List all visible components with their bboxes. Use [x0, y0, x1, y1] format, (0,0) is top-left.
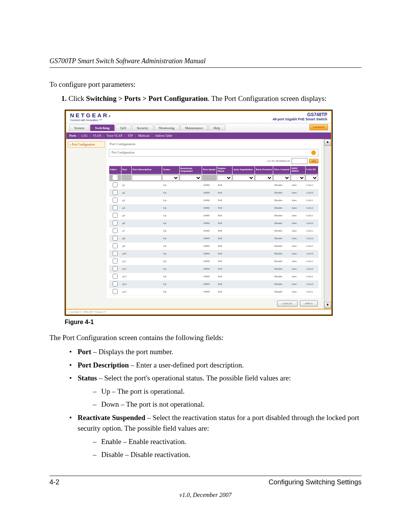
row-select-checkbox[interactable] [113, 251, 118, 256]
field-reactivate-suspended: Reactivate Suspended – Select the reacti… [69, 412, 362, 460]
step-suffix: . The Port Configuration screen displays… [208, 94, 327, 102]
goto-label: GO TO INTERFACE [267, 160, 290, 163]
filter-reactivate[interactable] [180, 175, 202, 181]
refresh-icon[interactable] [311, 150, 316, 155]
tab-qos[interactable]: QoS [115, 125, 131, 131]
filter-duplex[interactable] [217, 175, 232, 181]
col-auto-negotiation: Auto Negotiation [233, 166, 255, 174]
col-lag-id: LAG ID [305, 166, 318, 174]
row-select-checkbox[interactable] [113, 205, 118, 210]
side-nav-port-configuration[interactable]: » Port Configuration [68, 141, 105, 148]
table-row: g5Up100MFullDisableAutoLAG1 [109, 212, 319, 219]
table-row: g2Up100MFullDisableAutoLAG2 [109, 189, 319, 197]
footer-rule [49, 476, 362, 476]
tab-switching[interactable]: Switching [90, 125, 115, 131]
row-select-checkbox[interactable] [113, 289, 118, 294]
scroll-down-icon[interactable]: ▼ [324, 302, 331, 309]
subnav-vlan[interactable]: VLAN [93, 134, 101, 137]
row-select-checkbox[interactable] [113, 213, 118, 218]
col-reactivate-suspended: Reactivate Suspended [179, 166, 202, 174]
row-select-checkbox[interactable] [113, 281, 118, 286]
apply-button[interactable]: APPLY [300, 300, 318, 307]
product-desc: 48-port Gigabit PoE Smart Switch [272, 117, 327, 121]
scroll-up-icon[interactable]: ▲ [324, 139, 331, 146]
step-1: Click Switching > Ports > Port Configura… [68, 94, 362, 103]
main-tab-bar: SystemSwitchingQoSSecurityMonitoringMain… [66, 123, 331, 133]
table-row: g1Up100MFullDisableAutoLAG1 [109, 181, 319, 189]
col-status: Status [162, 166, 180, 174]
subnav-ports[interactable]: Ports [69, 134, 76, 137]
table-row: g14Up100MFullDisableAutoLAG2 [109, 280, 319, 288]
filter-flow-control[interactable] [273, 175, 290, 181]
cancel-button[interactable]: CANCEL [277, 300, 298, 307]
row-select-checkbox[interactable] [113, 266, 118, 271]
row-select-checkbox[interactable] [113, 228, 118, 233]
col-flow-control: Flow Control [273, 166, 291, 174]
panel-subtitle: Port Configuration [112, 151, 134, 154]
select-all-checkbox[interactable] [109, 174, 121, 181]
subnav-stp[interactable]: STP [127, 134, 133, 137]
netgear-logo: NETGEAR® Connect with Innovation ™ [70, 112, 111, 121]
filter-mdi[interactable] [291, 175, 305, 181]
table-row: g11Up100MFullDisableAutoLAG1 [109, 257, 319, 265]
row-select-checkbox[interactable] [113, 236, 118, 241]
logo-text: NETGEAR [70, 112, 108, 118]
filter-lag[interactable] [306, 175, 318, 181]
table-row: g10Up100MFullDisableAutoLAG2 [109, 250, 319, 257]
fields-intro: The Port Configuration screen contains t… [49, 332, 362, 343]
goto-interface-input[interactable] [292, 158, 307, 164]
panel-title: Port Configuration [107, 141, 321, 147]
row-select-checkbox[interactable] [113, 243, 118, 248]
field-port: Port – Displays the port number. [69, 347, 362, 358]
table-row: g7Up100MFullDisableAutoLAG1 [109, 227, 319, 235]
col-port-description: Port Description [132, 166, 162, 174]
col-mdi-mdix: MDI/ MDIX [290, 166, 305, 174]
col-select: Select [109, 166, 121, 174]
table-row: g3Up100MFullDisableAutoLAG1 [109, 197, 319, 204]
scrollbar[interactable]: ▲ ▼ [324, 139, 331, 309]
tab-help[interactable]: Help [209, 125, 225, 131]
table-row: g12Up100MFullDisableAutoLAG2 [109, 265, 319, 273]
row-select-checkbox[interactable] [113, 198, 118, 203]
version-footer: v1.0, December 2007 [49, 492, 362, 498]
row-select-checkbox[interactable] [113, 274, 118, 279]
table-row: g4Up100MFullDisableAutoLAG2 [109, 204, 319, 212]
sub-item: Up – The port is operational. [93, 386, 362, 397]
filter-row [109, 174, 319, 181]
field-port-description: Port Description – Enter a user-defined … [69, 360, 362, 371]
fields-list: Port – Displays the port number.Port Des… [49, 347, 362, 460]
filter-status[interactable] [162, 175, 179, 181]
table-row: g6Up100MFullDisableAutoLAG2 [109, 219, 319, 227]
row-select-checkbox[interactable] [113, 182, 118, 187]
tab-system[interactable]: System [69, 125, 89, 131]
tab-security[interactable]: Security [132, 125, 153, 131]
tab-monitoring[interactable]: Monitoring [154, 125, 180, 131]
table-row: g13Up100MFullDisableAutoLAG1 [109, 273, 319, 280]
tab-maintenance[interactable]: Maintenance [180, 125, 208, 131]
row-select-checkbox[interactable] [113, 220, 118, 225]
filter-auto-negotiation[interactable] [233, 175, 255, 181]
filter-back-pressure[interactable] [255, 175, 273, 181]
field-status: Status – Select the port's operational s… [69, 373, 362, 410]
logout-button[interactable]: LOGOUT [309, 124, 328, 130]
filter-port-description[interactable] [132, 175, 162, 181]
intro-text: To configure port parameters: [49, 79, 362, 90]
section-title: Configuring Switching Settings [269, 478, 362, 486]
subnav-multicast[interactable]: Multicast [138, 134, 150, 137]
col-port: Port [121, 166, 131, 174]
step-bold: Switching > Ports > Port Configuration [86, 94, 208, 102]
col-back-pressure: Back Pressure [255, 166, 273, 174]
product-info: GS748TP 48-port Gigabit PoE Smart Switch [272, 112, 327, 121]
subnav-address-table[interactable]: Address Table [155, 134, 172, 137]
copyright: Copyright © 1996-2007 Netgear ® [66, 309, 331, 314]
table-row: g8Up100MFullDisableAutoLAG2 [109, 235, 319, 242]
row-select-checkbox[interactable] [113, 259, 118, 264]
logo-tagline: Connect with Innovation ™ [70, 119, 111, 121]
step-prefix: Click [68, 94, 86, 102]
subnav-voice-vlan[interactable]: Voice VLAN [107, 134, 123, 137]
sub-nav: Ports|LAG|VLAN|Voice VLAN|STP|Multicast|… [66, 133, 331, 139]
go-button[interactable]: GO [309, 159, 319, 163]
row-select-checkbox[interactable] [113, 190, 118, 195]
col-duplex-mode: Duplex Mode [217, 166, 232, 174]
subnav-lag[interactable]: LAG [81, 134, 88, 137]
